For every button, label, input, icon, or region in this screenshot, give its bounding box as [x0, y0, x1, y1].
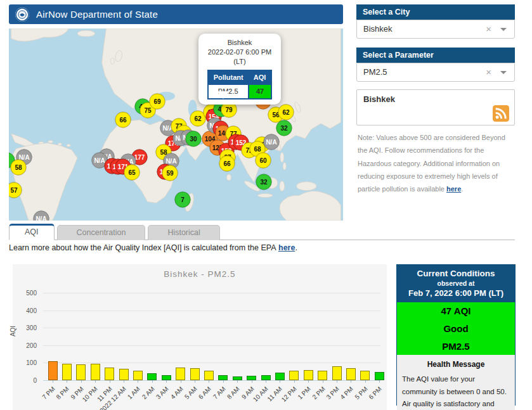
- chevron-down-icon[interactable]: [500, 28, 507, 31]
- x-tick: [166, 380, 167, 383]
- gridline: [43, 328, 380, 328]
- aqi-map-marker[interactable]: 7: [175, 192, 191, 208]
- health-message-title: Health Message: [402, 360, 510, 369]
- conditions-aqi-box: 47 AQI Good PM2.5: [397, 302, 515, 355]
- x-tick: [351, 380, 351, 383]
- aqi-bar[interactable]: [91, 364, 100, 380]
- tab-aqi[interactable]: AQI: [9, 224, 55, 240]
- epa-link[interactable]: here: [278, 243, 295, 252]
- health-message-text: The AQI value for your community is betw…: [402, 373, 510, 410]
- aqi-bar[interactable]: [105, 368, 114, 380]
- aqi-bar[interactable]: [119, 369, 129, 380]
- tab-bar: AQI Concentration Historical: [9, 223, 515, 240]
- x-tick: [237, 380, 238, 383]
- aqi-bar[interactable]: [48, 361, 58, 380]
- aqi-map-marker[interactable]: 32: [256, 174, 272, 190]
- aqi-bar[interactable]: [375, 372, 384, 380]
- conditions-category: Good: [397, 320, 515, 338]
- x-tick: [209, 380, 209, 383]
- aqi-bar[interactable]: [162, 375, 171, 380]
- aqi-map-marker[interactable]: 32: [276, 120, 292, 136]
- conditions-datetime: Feb 7, 2022 6:00 PM (LT): [399, 288, 512, 298]
- tab-historical[interactable]: Historical: [148, 225, 219, 240]
- x-tick: [379, 380, 380, 383]
- aqi-map-marker[interactable]: N/A: [264, 134, 280, 150]
- aqi-bar[interactable]: [218, 375, 228, 380]
- parameter-select[interactable]: PM2.5 ×: [356, 63, 515, 82]
- city-select-value: Bishkek: [363, 24, 393, 34]
- gridline: [43, 345, 380, 346]
- x-tick: [53, 380, 53, 383]
- popup-aqi-header: AQI: [249, 70, 272, 85]
- x-tick: [252, 380, 252, 383]
- aqi-bar[interactable]: [346, 368, 356, 380]
- x-tick: [365, 380, 366, 383]
- x-tick: [337, 380, 337, 383]
- note-here-link[interactable]: here: [446, 185, 461, 193]
- health-message-box: Health Message The AQI value for your co…: [397, 355, 515, 410]
- app-header: AirNow Department of State: [9, 4, 343, 24]
- aqi-bar[interactable]: [190, 368, 200, 380]
- aqi-bar[interactable]: [332, 366, 342, 380]
- aqi-bar[interactable]: [304, 370, 313, 380]
- aqi-map-marker[interactable]: 66: [219, 156, 235, 172]
- y-tick-label: 300: [14, 324, 37, 331]
- world-aqi-map[interactable]: N/A5857N/A49756966N/A7717458N/A177N/AN/A…: [9, 29, 343, 221]
- chart-plot-area: 01002003004005007 PM8 PM9 PM10 PM11 PM20…: [43, 293, 380, 381]
- chart-title: Bishkek - PM2.5: [13, 269, 387, 279]
- aqi-map-marker[interactable]: 59: [162, 165, 178, 181]
- y-tick-label: 100: [14, 359, 37, 366]
- aqi-bar[interactable]: [204, 371, 214, 380]
- popup-datetime: 2022-02-07 6:00 PM: [202, 48, 278, 57]
- conditions-observed-at: observed at: [399, 279, 512, 287]
- x-tick: [81, 380, 82, 383]
- aqi-bar[interactable]: [62, 364, 72, 380]
- y-tick-label: 200: [14, 342, 37, 349]
- aqi-map-marker[interactable]: 30: [186, 131, 202, 147]
- page-title: AirNow Department of State: [36, 9, 158, 20]
- aqi-map-marker[interactable]: 65: [124, 165, 140, 181]
- beyond-aqi-note: Note: Values above 500 are considered Be…: [358, 131, 516, 196]
- aqi-map-marker[interactable]: 60: [256, 153, 271, 169]
- aqi-bar[interactable]: [318, 371, 327, 380]
- rss-icon[interactable]: [493, 105, 509, 122]
- city-feed-box: Bishkek: [356, 89, 515, 125]
- learn-more-text: Learn more about how the Air Quality Ind…: [9, 243, 297, 252]
- aqi-bar[interactable]: [360, 371, 370, 380]
- chevron-down-icon[interactable]: [500, 71, 507, 74]
- map-popup: Bishkek 2022-02-07 6:00 PM (LT) Pollutan…: [198, 34, 281, 105]
- city-select[interactable]: Bishkek ×: [356, 20, 515, 39]
- aqi-map-marker[interactable]: 62: [278, 105, 294, 120]
- aqi-bar[interactable]: [147, 373, 157, 380]
- x-tick: [67, 380, 67, 383]
- popup-timezone: (LT): [202, 57, 278, 67]
- aqi-bar[interactable]: [261, 375, 271, 380]
- clear-city-icon[interactable]: ×: [486, 20, 491, 38]
- tab-concentration[interactable]: Concentration: [57, 225, 146, 240]
- x-tick: [280, 380, 280, 383]
- x-tick: [152, 380, 153, 383]
- airnow-page: AirNow Department of State: [0, 0, 532, 410]
- aqi-bar[interactable]: [133, 371, 143, 380]
- popup-arrow: [217, 91, 230, 99]
- clear-parameter-icon[interactable]: ×: [486, 63, 491, 81]
- x-tick: [124, 380, 124, 383]
- city-feed-name: Bishkek: [363, 94, 395, 104]
- popup-aqi-value: 47: [249, 84, 272, 99]
- aqi-map-marker[interactable]: 66: [115, 112, 131, 128]
- aqi-bar-chart: Bishkek - PM2.5 AQI 01002003004005007 PM…: [13, 264, 387, 410]
- popup-pollutant-header: Pollutant: [208, 70, 249, 85]
- aqi-map-marker[interactable]: 69: [150, 94, 165, 110]
- aqi-bar[interactable]: [76, 364, 86, 380]
- aqi-bar[interactable]: [176, 368, 185, 380]
- aqi-bar[interactable]: [275, 373, 285, 380]
- aqi-bar[interactable]: [289, 371, 299, 380]
- aqi-map-marker[interactable]: 58: [11, 160, 27, 176]
- x-tick: [294, 380, 295, 383]
- aqi-bar[interactable]: [247, 376, 256, 380]
- parameter-select-value: PM2.5: [363, 67, 387, 77]
- y-tick-label: 400: [14, 307, 37, 314]
- y-tick-label: 500: [14, 290, 37, 297]
- gridline: [43, 293, 380, 293]
- select-parameter-header: Select a Parameter: [356, 48, 515, 63]
